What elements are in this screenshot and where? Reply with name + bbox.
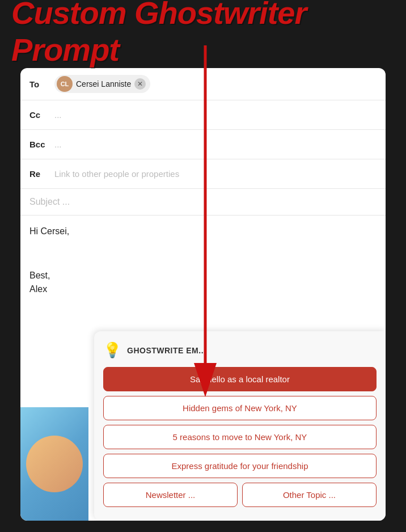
subject-row: Subject ...: [20, 189, 386, 216]
avatar: CL: [57, 76, 73, 92]
bcc-row: Bcc ...: [20, 130, 386, 159]
remove-recipient-button[interactable]: ✕: [134, 78, 146, 90]
body-greeting: Hi Cersei,: [29, 225, 377, 238]
body-closing: Best,: [29, 269, 377, 282]
re-input[interactable]: Link to other people or properties: [54, 169, 179, 179]
recipient-chip[interactable]: CL Cersei Lanniste ✕: [54, 75, 150, 93]
body-name: Alex: [29, 282, 377, 296]
prompt-newsletter-button[interactable]: Newsletter ...: [103, 483, 238, 507]
cc-label: Cc: [29, 110, 54, 120]
prompt-gratitude-button[interactable]: Express gratitude for your friendship: [103, 454, 377, 478]
prompt-realtor-button[interactable]: Say hello as a local realtor: [103, 367, 377, 391]
page-title: Custom Ghostwriter Prompt: [11, 0, 395, 68]
to-label: To: [29, 79, 54, 89]
subject-input[interactable]: Subject ...: [29, 197, 70, 206]
cc-row: Cc ...: [20, 100, 386, 130]
ghostwrite-panel: 💡 GhostWrite Em... Say hello as a local …: [94, 331, 386, 521]
bcc-input[interactable]: ...: [54, 140, 62, 149]
prompt-other-button[interactable]: Other Topic ...: [242, 483, 377, 507]
ghostwrite-title: GhostWrite Em...: [127, 346, 206, 355]
prompt-row: Newsletter ... Other Topic ...: [103, 483, 377, 507]
lightbulb-icon: 💡: [103, 341, 121, 359]
prompt-hidden-gems-button[interactable]: Hidden gems of New York, NY: [103, 396, 377, 420]
cc-input[interactable]: ...: [54, 110, 62, 120]
avatar-circle: [26, 436, 83, 492]
title-bar: Custom Ghostwriter Prompt: [0, 0, 406, 62]
to-content: CL Cersei Lanniste ✕: [54, 75, 377, 93]
bcc-label: Bcc: [29, 140, 54, 149]
ghostwrite-header: 💡 GhostWrite Em...: [103, 341, 377, 359]
re-row: Re Link to other people or properties: [20, 159, 386, 189]
to-row: To CL Cersei Lanniste ✕: [20, 68, 386, 100]
re-label: Re: [29, 169, 54, 179]
recipient-name: Cersei Lanniste: [76, 79, 131, 88]
email-panel: To CL Cersei Lanniste ✕ Cc ... Bcc ... R…: [20, 68, 386, 521]
email-body: Hi Cersei, Best, Alex: [20, 216, 386, 301]
sender-avatar: [20, 407, 88, 521]
prompt-5-reasons-button[interactable]: 5 reasons to move to New York, NY: [103, 425, 377, 449]
